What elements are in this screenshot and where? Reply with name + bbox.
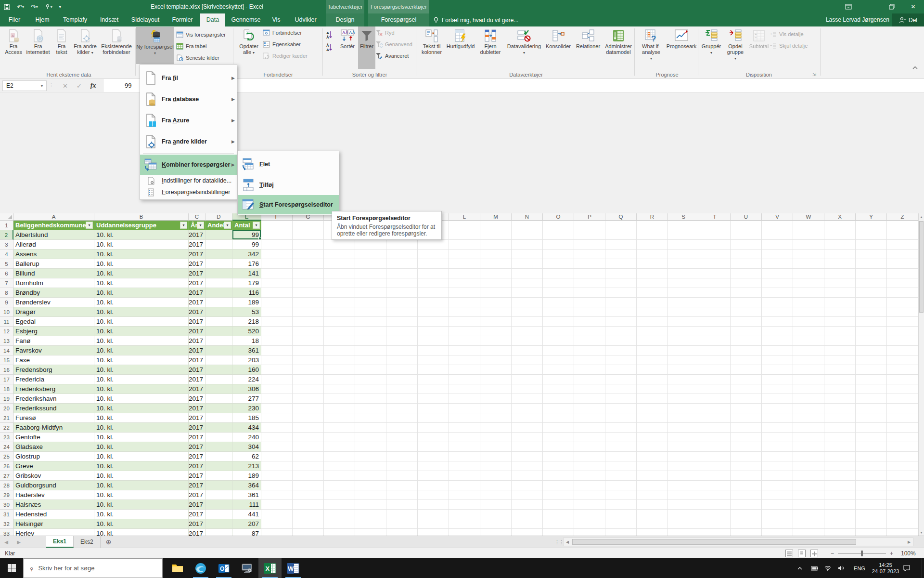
cell-m24[interactable]	[480, 442, 512, 452]
cell-d8[interactable]	[205, 288, 232, 298]
cell-e22[interactable]: 434	[232, 423, 261, 433]
cell-u3[interactable]	[731, 240, 762, 250]
cell-d6[interactable]	[205, 269, 232, 278]
cell-s29[interactable]	[668, 490, 699, 500]
cell-w7[interactable]	[793, 278, 824, 288]
cell-h25[interactable]	[324, 452, 355, 461]
cell-e6[interactable]: 141	[232, 269, 261, 278]
cell-j30[interactable]	[386, 500, 418, 510]
redo-icon[interactable]: ↷▾	[31, 3, 38, 11]
fra-tekst-button[interactable]: Fra tekst	[52, 26, 71, 69]
cell-h32[interactable]	[324, 519, 355, 529]
cell-v8[interactable]	[762, 288, 793, 298]
scroll-up-icon[interactable]: ▲	[919, 213, 924, 220]
row-header-20[interactable]: 20	[0, 404, 13, 413]
cell-h10[interactable]	[324, 307, 355, 317]
cell-k16[interactable]	[418, 365, 449, 375]
cell-q16[interactable]	[605, 365, 637, 375]
filter-button-c[interactable]: ▾	[197, 222, 204, 229]
cell-r32[interactable]	[637, 519, 668, 529]
cell-j31[interactable]	[386, 510, 418, 519]
tell-me-box[interactable]: Fortæl mig, hvad du vil gøre...	[433, 13, 518, 26]
cell-r8[interactable]	[637, 288, 668, 298]
konsolider-button[interactable]: Konsolider	[543, 26, 574, 69]
cell-f6[interactable]	[261, 269, 293, 278]
cell-t21[interactable]	[699, 413, 731, 423]
cell-r9[interactable]	[637, 298, 668, 307]
cell-e29[interactable]: 361	[232, 490, 261, 500]
cell-z22[interactable]	[887, 423, 918, 433]
cell-i29[interactable]	[355, 490, 386, 500]
cell-u13[interactable]	[731, 336, 762, 346]
cell-s26[interactable]	[668, 461, 699, 471]
row-header-33[interactable]: 33	[0, 529, 13, 536]
cell-p22[interactable]	[574, 423, 605, 433]
cell-a22[interactable]: Faaborg-Midtfyn	[13, 423, 94, 433]
cell-p23[interactable]	[574, 433, 605, 442]
cell-x10[interactable]	[824, 307, 856, 317]
cell-p12[interactable]	[574, 327, 605, 336]
cell-v12[interactable]	[762, 327, 793, 336]
cell-n21[interactable]	[512, 413, 543, 423]
cell-f16[interactable]	[261, 365, 293, 375]
cell-d17[interactable]	[205, 375, 232, 384]
cell-i31[interactable]	[355, 510, 386, 519]
cell-e2[interactable]: 99	[232, 230, 261, 240]
column-header-c[interactable]: C	[189, 213, 205, 221]
cell-o20[interactable]	[543, 404, 574, 413]
cell-g15[interactable]	[293, 355, 324, 365]
cell-f7[interactable]	[261, 278, 293, 288]
cell-l9[interactable]	[449, 298, 480, 307]
cell-g22[interactable]	[293, 423, 324, 433]
cell-z3[interactable]	[887, 240, 918, 250]
cell-r15[interactable]	[637, 355, 668, 365]
cell-i30[interactable]	[355, 500, 386, 510]
cell-x16[interactable]	[824, 365, 856, 375]
column-header-s[interactable]: S	[668, 213, 699, 221]
tab-data[interactable]: Data	[200, 13, 225, 26]
cell-m30[interactable]	[480, 500, 512, 510]
cell-w23[interactable]	[793, 433, 824, 442]
row-header-27[interactable]: 27	[0, 471, 13, 481]
cell-b22[interactable]: 10. kl.	[94, 423, 189, 433]
cell-c26[interactable]: 2017	[189, 461, 205, 471]
cell-x9[interactable]	[824, 298, 856, 307]
cell-v21[interactable]	[762, 413, 793, 423]
cell-n27[interactable]	[512, 471, 543, 481]
cell-s31[interactable]	[668, 510, 699, 519]
cell-i18[interactable]	[355, 384, 386, 394]
cell-y23[interactable]	[856, 433, 887, 442]
cell-z12[interactable]	[887, 327, 918, 336]
cell-f9[interactable]	[261, 298, 293, 307]
cell-k8[interactable]	[418, 288, 449, 298]
cell-b12[interactable]: 10. kl.	[94, 327, 189, 336]
cell-z20[interactable]	[887, 404, 918, 413]
cell-q31[interactable]	[605, 510, 637, 519]
cell-d27[interactable]	[205, 471, 232, 481]
egenskaber-button[interactable]: Egenskaber	[263, 39, 320, 50]
row-header-3[interactable]: 3	[0, 240, 13, 250]
column-header-b[interactable]: B	[94, 213, 189, 221]
cell-i25[interactable]	[355, 452, 386, 461]
cell-r30[interactable]	[637, 500, 668, 510]
cell-v17[interactable]	[762, 375, 793, 384]
cell-p21[interactable]	[574, 413, 605, 423]
cell-k6[interactable]	[418, 269, 449, 278]
cell-h16[interactable]	[324, 365, 355, 375]
cell-a32[interactable]: Helsingør	[13, 519, 94, 529]
cell-p6[interactable]	[574, 269, 605, 278]
cell-w6[interactable]	[793, 269, 824, 278]
tab-indsaet[interactable]: Indsæt	[95, 13, 123, 26]
cell-g14[interactable]	[293, 346, 324, 355]
cell-h13[interactable]	[324, 336, 355, 346]
cell-g21[interactable]	[293, 413, 324, 423]
cell-y25[interactable]	[856, 452, 887, 461]
cell-f26[interactable]	[261, 461, 293, 471]
cell-w29[interactable]	[793, 490, 824, 500]
cell-s11[interactable]	[668, 317, 699, 327]
menu-item-fra-database[interactable]: Fra database ▶	[140, 89, 237, 110]
cell-p14[interactable]	[574, 346, 605, 355]
cell-f12[interactable]	[261, 327, 293, 336]
cell-f1[interactable]	[261, 221, 293, 230]
cell-n32[interactable]	[512, 519, 543, 529]
